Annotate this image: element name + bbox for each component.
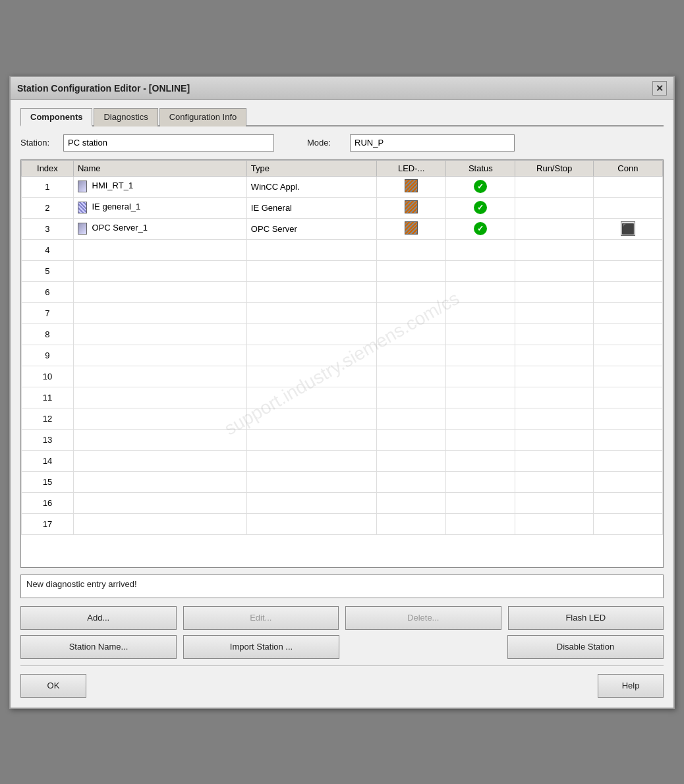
delete-button[interactable]: Delete...	[345, 606, 501, 630]
station-name-button[interactable]: Station Name...	[20, 635, 177, 659]
row-led	[377, 197, 446, 218]
help-button[interactable]: Help	[598, 674, 664, 698]
table-scroll[interactable]: Index Name Type LED-... Status Run/Stop …	[21, 160, 663, 567]
row-index: 13	[22, 429, 74, 450]
status-indicator: ✓	[474, 201, 487, 214]
table-row[interactable]: 9	[22, 345, 663, 366]
col-header-led: LED-...	[377, 160, 446, 176]
row-index: 4	[22, 239, 74, 260]
tab-components[interactable]: Components	[20, 108, 92, 126]
tab-bar: Components Diagnostics Configuration Inf…	[20, 107, 664, 126]
col-header-name: Name	[73, 160, 246, 176]
table-row[interactable]: 12	[22, 408, 663, 429]
row-index: 6	[22, 281, 74, 302]
component-icon	[78, 223, 87, 235]
status-indicator: ✓	[474, 222, 487, 235]
row-index: 14	[22, 450, 74, 471]
station-label: Station:	[20, 138, 57, 148]
row-index: 17	[22, 513, 74, 534]
row-conn: ⬛	[593, 218, 662, 239]
table-row[interactable]: 4	[22, 239, 663, 260]
diagnostic-message: New diagnostic entry arrived!	[26, 579, 137, 589]
table-row[interactable]: 13	[22, 429, 663, 450]
row-status: ✓	[446, 218, 515, 239]
table-row[interactable]: 2 IE general_1 IE General ✓	[22, 197, 663, 218]
row-name: OPC Server_1	[73, 218, 246, 239]
tab-configuration-info[interactable]: Configuration Info	[159, 108, 247, 126]
row-type: OPC Server	[246, 218, 376, 239]
row-index: 9	[22, 345, 74, 366]
station-mode-row: Station: Mode:	[20, 134, 664, 152]
row-index: 11	[22, 387, 74, 408]
button-row-2: Station Name... Import Station ... Disab…	[20, 635, 664, 659]
table-row[interactable]: 5	[22, 260, 663, 281]
table-row[interactable]: 3 OPC Server_1 OPC Server ✓	[22, 218, 663, 239]
col-header-status: Status	[446, 160, 515, 176]
row-status: ✓	[446, 197, 515, 218]
row-conn	[593, 176, 662, 197]
table-row[interactable]: 11	[22, 387, 663, 408]
led-indicator	[405, 179, 418, 192]
row-index: 12	[22, 408, 74, 429]
row-index: 16	[22, 492, 74, 513]
table-row[interactable]: 15	[22, 471, 663, 492]
table-row[interactable]: 7	[22, 302, 663, 323]
led-indicator	[405, 221, 418, 235]
connection-icon: ⬛	[621, 221, 635, 236]
table-row[interactable]: 8	[22, 323, 663, 345]
disable-station-button[interactable]: Disable Station	[507, 635, 664, 659]
row-runstop	[515, 176, 593, 197]
import-station-button[interactable]: Import Station ...	[183, 635, 339, 659]
edit-button[interactable]: Edit...	[183, 606, 339, 630]
ok-button[interactable]: OK	[20, 674, 86, 698]
bottom-bar: OK Help	[20, 665, 664, 698]
row-index: 1	[22, 176, 74, 197]
table-row[interactable]: 17	[22, 513, 663, 534]
add-button[interactable]: Add...	[20, 606, 177, 630]
row-name: IE general_1	[73, 197, 246, 218]
row-type: IE General	[246, 197, 376, 218]
led-indicator	[405, 200, 418, 213]
row-index: 15	[22, 471, 74, 492]
row-status: ✓	[446, 176, 515, 197]
station-input[interactable]	[63, 134, 274, 152]
table-row[interactable]: 16	[22, 492, 663, 513]
title-bar: Station Configuration Editor - [ONLINE] …	[11, 77, 673, 100]
tab-diagnostics[interactable]: Diagnostics	[94, 108, 157, 126]
table-row[interactable]: 1 HMI_RT_1 WinCC Appl. ✓	[22, 176, 663, 197]
row-index: 8	[22, 323, 74, 345]
table-row[interactable]: 6	[22, 281, 663, 302]
row-led	[377, 218, 446, 239]
row-runstop	[515, 218, 593, 239]
row-led	[377, 176, 446, 197]
col-header-type: Type	[246, 160, 376, 176]
close-button[interactable]: ✕	[652, 81, 667, 96]
col-header-index: Index	[22, 160, 74, 176]
row-index: 7	[22, 302, 74, 323]
table-row[interactable]: 10	[22, 366, 663, 387]
row-name: HMI_RT_1	[73, 176, 246, 197]
row-runstop	[515, 197, 593, 218]
row-index: 10	[22, 366, 74, 387]
window-title: Station Configuration Editor - [ONLINE]	[17, 83, 190, 94]
col-header-conn: Conn	[593, 160, 662, 176]
row-index: 2	[22, 197, 74, 218]
diagnostic-bar: New diagnostic entry arrived!	[20, 574, 664, 598]
component-icon	[78, 202, 87, 213]
mode-label: Mode:	[307, 138, 343, 148]
status-indicator: ✓	[474, 180, 487, 193]
mode-input[interactable]	[350, 134, 515, 152]
window-content: Components Diagnostics Configuration Inf…	[11, 100, 673, 708]
row-conn	[593, 197, 662, 218]
main-window: Station Configuration Editor - [ONLINE] …	[9, 76, 675, 709]
table-row[interactable]: 14	[22, 450, 663, 471]
flash-led-button[interactable]: Flash LED	[508, 606, 664, 630]
row-index: 5	[22, 260, 74, 281]
components-table-wrapper: support.industry.siemens.com/cs Index Na…	[20, 159, 664, 568]
component-icon	[78, 181, 87, 192]
button-row-1: Add... Edit... Delete... Flash LED	[20, 606, 664, 630]
col-header-runstop: Run/Stop	[515, 160, 593, 176]
components-table: Index Name Type LED-... Status Run/Stop …	[21, 160, 663, 535]
row-type: WinCC Appl.	[246, 176, 376, 197]
row-index: 3	[22, 218, 74, 239]
